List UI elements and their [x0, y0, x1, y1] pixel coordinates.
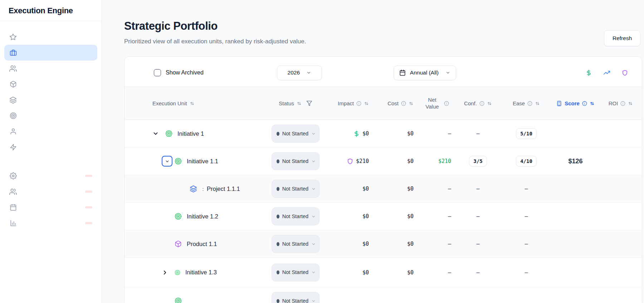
status-select[interactable]: Not Started	[272, 235, 319, 253]
sidebar-item-individuals[interactable]	[4, 124, 97, 139]
info-icon[interactable]	[527, 101, 532, 106]
confidence-value: –	[476, 186, 479, 192]
sidebar-item-gantt-wip-[interactable]	[4, 199, 97, 215]
column-header-cost[interactable]: Cost	[372, 100, 417, 106]
info-icon[interactable]	[582, 101, 587, 106]
refresh-button[interactable]: Refresh	[604, 30, 640, 46]
status-select[interactable]: Not Started	[272, 180, 319, 198]
net-value: –	[448, 213, 451, 220]
expand-toggle[interactable]	[162, 269, 172, 276]
execution-unit-label: Initiative 1.3	[185, 269, 217, 276]
status-select[interactable]: Not Started	[272, 292, 319, 303]
table-row[interactable]: Initiative 1.1 Not Started $210 $0 $210 …	[125, 148, 642, 175]
net-value-cell: –	[417, 269, 455, 276]
net-value-cell: –	[417, 241, 455, 247]
sidebar-item-strategic-portfolio[interactable]	[4, 45, 97, 61]
column-header-impact[interactable]: Impact	[326, 100, 372, 106]
execution-unit-cell: Product 1.1	[125, 240, 265, 247]
sort-icon[interactable]	[628, 101, 633, 106]
table-row[interactable]: Not Started	[125, 287, 642, 303]
ease-badge[interactable]: 5/10	[516, 128, 537, 139]
chevron-down-icon	[311, 299, 316, 303]
column-header-roi[interactable]: ROI	[600, 100, 642, 106]
status-select[interactable]: Not Started	[272, 152, 319, 170]
ease-cell: –	[501, 186, 551, 192]
drag-handle[interactable]: :	[202, 186, 204, 192]
chevron-down-icon	[306, 70, 311, 75]
sort-icon[interactable]	[364, 101, 369, 106]
net-value: –	[448, 241, 451, 247]
status-cell: Not Started	[265, 180, 326, 198]
status-select[interactable]: Not Started	[272, 207, 319, 225]
sidebar-item-my-spaces[interactable]	[4, 29, 97, 45]
sort-icon[interactable]	[535, 101, 540, 106]
target-icon	[9, 112, 17, 119]
sidebar-item-initiatives[interactable]	[4, 108, 97, 124]
column-header-confidence[interactable]: Conf.	[455, 100, 501, 106]
impact-cell: $0	[326, 130, 372, 137]
sidebar-item-wigs-overview-wip-[interactable]	[4, 215, 97, 231]
table-row[interactable]: Initiative 1.3 Not Started $0 $0 – – –	[125, 258, 642, 287]
table-row[interactable]: Product 1.1 Not Started $0 $0 – – –	[125, 230, 642, 258]
sort-icon[interactable]	[190, 101, 195, 106]
filter-icon[interactable]	[306, 100, 312, 106]
sidebar-item-groups[interactable]	[4, 184, 97, 199]
status-cell: Not Started	[265, 152, 326, 170]
column-header-ease[interactable]: Ease	[501, 100, 551, 106]
chevron-down-icon	[311, 131, 316, 136]
sort-icon[interactable]	[487, 101, 492, 106]
execution-unit-cell: Initiative 1.3	[125, 269, 265, 276]
confidence-badge[interactable]: 3/5	[469, 156, 487, 167]
cost-value: $0	[407, 213, 414, 220]
status-dot-icon	[277, 187, 279, 191]
info-icon[interactable]	[444, 101, 449, 106]
status-select[interactable]: Not Started	[272, 125, 319, 143]
chevron-down-icon[interactable]	[162, 156, 172, 167]
column-header-status[interactable]: Status	[265, 100, 326, 106]
sort-icon[interactable]	[409, 101, 414, 106]
expand-toggle[interactable]	[162, 156, 172, 167]
initiative-icon	[175, 213, 182, 220]
status-cell: Not Started	[265, 235, 326, 253]
chevron-down-icon	[311, 242, 316, 246]
confidence-cell: –	[455, 269, 501, 276]
calendar-icon	[399, 69, 406, 76]
sidebar-item-user-management[interactable]	[4, 168, 97, 184]
sidebar-item-products[interactable]	[4, 76, 97, 92]
table-row[interactable]: Initiative 1.2 Not Started $0 $0 – – –	[125, 203, 642, 230]
user-icon	[9, 128, 17, 135]
table-body: Initiative 1 Not Started $0 $0 – – 5/10 …	[125, 120, 642, 303]
table-row[interactable]: Initiative 1 Not Started $0 $0 – – 5/10	[125, 120, 642, 148]
sidebar-nav	[0, 21, 102, 231]
show-archived-checkbox[interactable]	[154, 69, 161, 76]
info-icon[interactable]	[401, 101, 406, 106]
sort-icon[interactable]	[590, 101, 595, 106]
ease-badge[interactable]: 4/10	[516, 156, 537, 167]
status-cell: Not Started	[265, 125, 326, 143]
info-icon[interactable]	[620, 101, 625, 106]
show-archived-toggle[interactable]: Show Archived	[154, 69, 204, 76]
status-select[interactable]: Not Started	[272, 264, 319, 282]
column-header-net-value[interactable]: Net Value	[417, 97, 455, 110]
table-row[interactable]: :Project 1.1.1 Not Started $0 $0 – – –	[125, 175, 642, 203]
score-value: $126	[568, 158, 582, 165]
sidebar-item-projects[interactable]	[4, 92, 97, 108]
show-archived-label: Show Archived	[166, 69, 204, 76]
portfolio-card: Show Archived 2026 Annual (All) Executio…	[124, 56, 642, 303]
users-icon	[9, 188, 17, 196]
period-select[interactable]: Annual (All)	[394, 66, 456, 80]
column-header-score[interactable]: Score	[551, 100, 600, 106]
expand-toggle[interactable]	[152, 130, 163, 137]
info-icon[interactable]	[479, 101, 484, 106]
year-select[interactable]: 2026	[277, 66, 322, 80]
chevron-down-icon	[445, 70, 450, 75]
sidebar-item-teams[interactable]	[4, 61, 97, 76]
sort-icon[interactable]	[297, 101, 302, 106]
net-value: $210	[438, 158, 451, 164]
net-value: –	[448, 269, 451, 276]
info-icon[interactable]	[356, 101, 361, 106]
column-header-execution-unit[interactable]: Execution Unit	[125, 100, 265, 106]
sidebar-item-all-spaces[interactable]	[4, 139, 97, 155]
confidence-cell: 3/5	[455, 156, 501, 167]
cost-cell: $0	[372, 130, 417, 137]
